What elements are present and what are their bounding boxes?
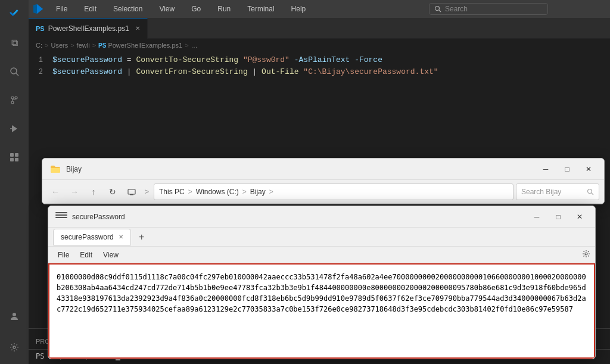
menu-file[interactable]: File (52, 4, 71, 14)
accounts-icon[interactable] (0, 302, 29, 331)
addr-bijay: Bijay (250, 188, 266, 196)
line-number-1: 1 (29, 54, 52, 66)
source-control-sidebar-icon[interactable] (0, 86, 29, 114)
ps-file-icon: PS (36, 25, 45, 32)
explorer-search-box[interactable]: Search Bijay (516, 183, 599, 200)
notepad-new-tab-button[interactable]: + (133, 229, 150, 245)
svg-point-0 (11, 68, 17, 74)
notepad-close-button[interactable]: ✕ (571, 209, 588, 225)
extensions-sidebar-icon[interactable] (0, 143, 29, 172)
svg-line-19 (592, 193, 593, 195)
global-search-bar[interactable]: Search (429, 3, 548, 15)
vscode-logo-icon[interactable] (0, 0, 29, 29)
menu-help[interactable]: Help (288, 4, 310, 14)
svg-point-13 (13, 346, 15, 349)
breadcrumb-ellipsis[interactable]: … (191, 42, 198, 49)
notepad-settings-icon[interactable] (582, 250, 590, 260)
breadcrumb-users[interactable]: Users (51, 42, 68, 49)
explorer-minimize-button[interactable]: ─ (537, 161, 554, 178)
svg-rect-17 (130, 194, 133, 195)
code-line-2: 2 $securePassword | ConvertFrom-SecureSt… (29, 66, 610, 78)
address-bar[interactable]: This PC > Windows (C:) > Bijay > (154, 183, 513, 200)
folder-icon (49, 163, 61, 175)
explorer-title-bar: Bijay ─ □ ✕ (42, 158, 604, 180)
menu-run[interactable]: Run (214, 4, 234, 14)
notepad-menu-bar: File Edit View (48, 247, 595, 263)
addr-windows-c: Windows (C:) (196, 188, 239, 196)
notepad-menu-view[interactable]: View (98, 249, 123, 261)
explorer-forward-button[interactable]: → (66, 183, 83, 200)
notepad-file-content: 01000000d08c9ddf0115d1118c7a00c04fc297eb… (48, 263, 595, 359)
svg-point-12 (13, 313, 16, 316)
notepad-file-icon (55, 212, 67, 222)
settings-icon[interactable] (0, 333, 29, 362)
svg-point-20 (585, 253, 587, 255)
explorer-device-button[interactable] (123, 183, 140, 200)
explorer-maximize-button[interactable]: □ (559, 161, 575, 178)
svg-line-1 (16, 73, 18, 76)
code-content-1: $securePassword = ConvertTo-SecureString… (52, 54, 382, 66)
menu-edit[interactable]: Edit (80, 4, 100, 14)
explorer-sidebar-icon[interactable]: ⧉ (0, 29, 29, 57)
menu-view[interactable]: View (155, 4, 178, 14)
breadcrumb-fewli[interactable]: fewli (77, 42, 90, 49)
svg-point-4 (15, 97, 17, 99)
notepad-maximize-button[interactable]: □ (550, 209, 567, 225)
breadcrumb-c[interactable]: C: (36, 42, 42, 49)
svg-rect-7 (10, 128, 12, 129)
code-content-2: $securePassword | ConvertFrom-SecureStri… (52, 66, 438, 78)
menu-go[interactable]: Go (188, 4, 204, 14)
notepad-window: securePassword ─ □ ✕ securePassword ✕ + … (48, 206, 596, 359)
explorer-window-title: Bijay (66, 165, 533, 173)
activity-bar: ⧉ (0, 0, 29, 364)
explorer-up-button[interactable]: ↑ (85, 183, 102, 200)
breadcrumb-ps-icon: PS (98, 42, 106, 49)
notepad-window-title: securePassword (72, 213, 524, 221)
notepad-tab-bar: securePassword ✕ + (48, 228, 595, 247)
explorer-toolbar: ← → ↑ ↻ > This PC > Windows (C:) > Bijay… (42, 180, 604, 204)
menu-selection[interactable]: Selection (110, 4, 146, 14)
menu-bar: File Edit Selection View Go Run Terminal… (29, 0, 610, 18)
search-placeholder: Search (445, 5, 468, 13)
notepad-minimize-button[interactable]: ─ (528, 209, 545, 225)
notepad-menu-edit[interactable]: Edit (75, 249, 97, 261)
svg-point-14 (435, 7, 440, 11)
notepad-tab-close[interactable]: ✕ (119, 234, 123, 240)
explorer-window: Bijay ─ □ ✕ ← → ↑ ↻ > This PC > Windows … (42, 158, 605, 204)
tab-powershell-examples[interactable]: PS PowerShellExamples.ps1 ✕ (29, 18, 148, 39)
menu-terminal[interactable]: Terminal (244, 4, 278, 14)
svg-point-18 (588, 189, 592, 193)
explorer-back-button[interactable]: ← (47, 183, 64, 200)
svg-marker-6 (12, 125, 17, 132)
svg-rect-8 (10, 153, 14, 157)
addr-this-pc: This PC (159, 188, 185, 196)
explorer-search-placeholder: Search Bijay (521, 188, 561, 196)
svg-rect-9 (15, 153, 18, 157)
explorer-close-button[interactable]: ✕ (580, 161, 597, 178)
svg-point-2 (11, 97, 14, 99)
svg-rect-10 (10, 158, 14, 161)
search-sidebar-icon[interactable] (0, 57, 29, 86)
svg-line-15 (439, 10, 441, 12)
address-separator: > (142, 188, 151, 196)
svg-rect-11 (15, 158, 18, 161)
svg-point-3 (11, 101, 14, 104)
explorer-refresh-button[interactable]: ↻ (104, 183, 121, 200)
notepad-tab-label: securePassword (61, 233, 114, 241)
notepad-tab-file[interactable]: securePassword ✕ (53, 229, 131, 245)
notepad-menu-file[interactable]: File (53, 249, 74, 261)
code-line-1: 1 $securePassword = ConvertTo-SecureStri… (29, 54, 610, 66)
svg-rect-16 (128, 189, 135, 194)
breadcrumb-file[interactable]: PS PowerShellExamples.ps1 (98, 42, 182, 49)
tab-close-button[interactable]: ✕ (135, 25, 140, 32)
run-debug-sidebar-icon[interactable] (0, 114, 29, 143)
notepad-title-bar: securePassword ─ □ ✕ (48, 206, 595, 228)
app-logo (33, 4, 43, 14)
breadcrumb: C: > Users > fewli > PS PowerShellExampl… (29, 39, 610, 52)
tab-label: PowerShellExamples.ps1 (48, 24, 129, 33)
line-number-2: 2 (29, 66, 52, 78)
editor-tab-bar: PS PowerShellExamples.ps1 ✕ (29, 18, 610, 39)
